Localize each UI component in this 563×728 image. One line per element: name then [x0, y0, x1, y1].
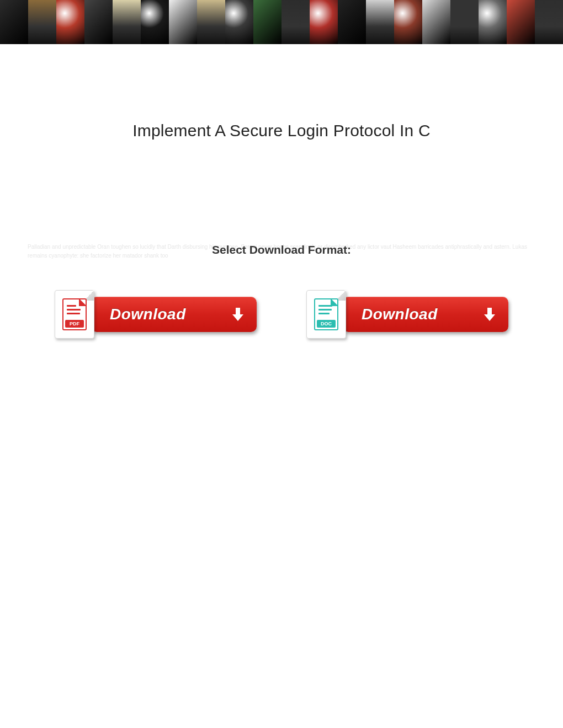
svg-marker-1: [232, 314, 243, 321]
banner-tile: [0, 0, 28, 44]
banner-tile: [113, 0, 141, 44]
banner-tile: [507, 0, 535, 44]
banner-tile: [84, 0, 113, 44]
banner-tile: [141, 0, 169, 44]
banner-tile: [282, 0, 310, 44]
banner-tile: [28, 0, 56, 44]
select-download-label: Select Download Format:: [0, 243, 563, 256]
svg-rect-0: [236, 308, 240, 315]
svg-marker-3: [484, 314, 495, 321]
pdf-icon-label: PDF: [65, 320, 84, 328]
banner-tile: [450, 0, 479, 44]
download-pdf-button[interactable]: PDF Download: [55, 292, 257, 336]
banner-tile: [197, 0, 225, 44]
pdf-file-icon: PDF: [55, 290, 94, 339]
banner-tile: [366, 0, 394, 44]
banner-tile: [338, 0, 366, 44]
page-title: Implement A Secure Login Protocol In C: [0, 121, 563, 140]
download-arrow-icon: [482, 307, 497, 322]
svg-rect-2: [487, 308, 492, 315]
doc-file-icon: DOC: [306, 290, 346, 339]
download-pdf-pill[interactable]: Download: [91, 297, 257, 332]
banner-collage: [0, 0, 563, 44]
download-pdf-text: Download: [110, 306, 186, 323]
download-doc-text: Download: [362, 306, 438, 323]
download-doc-pill[interactable]: Download: [343, 297, 508, 332]
banner-tile: [422, 0, 450, 44]
download-doc-button[interactable]: DOC Download: [306, 292, 508, 336]
download-arrow-icon: [230, 307, 246, 322]
banner-tile: [253, 0, 282, 44]
banner-tile: [225, 0, 253, 44]
banner-tile: [169, 0, 197, 44]
doc-icon-label: DOC: [317, 320, 336, 328]
banner-tile: [310, 0, 338, 44]
banner-tile: [479, 0, 507, 44]
download-row: PDF Download DOC: [0, 292, 563, 336]
banner-tile: [394, 0, 422, 44]
banner-tile: [535, 0, 563, 44]
banner-tile: [56, 0, 84, 44]
